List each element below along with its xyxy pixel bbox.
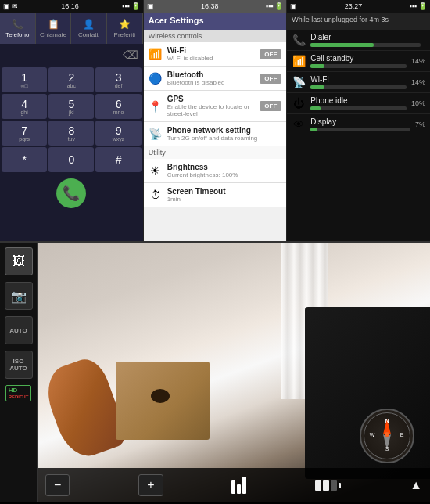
compass-circle: N S E W xyxy=(364,412,410,459)
key-2[interactable]: 2abc xyxy=(48,67,94,92)
dialer-icon: 📞 xyxy=(292,34,306,46)
gps-text: GPS Enable the device to locate or stree… xyxy=(167,95,256,117)
preferiti-icon: ⭐ xyxy=(119,19,131,30)
gps-setting[interactable]: 📍 GPS Enable the device to locate or str… xyxy=(144,91,287,122)
dialer-bar-bg xyxy=(310,43,421,47)
zoom-out-button[interactable]: − xyxy=(45,474,70,496)
wifi-label: Wi-Fi xyxy=(167,46,256,55)
screen-battery: ▣ 23:27 ▪▪▪ 🔋 While last unplugged for 4… xyxy=(287,0,430,241)
svg-text:S: S xyxy=(385,446,389,452)
wifi-setting[interactable]: 📶 Wi-Fi Wi-Fi is disabled OFF xyxy=(144,42,287,67)
android-icon: ▣ xyxy=(3,2,10,10)
key-hash[interactable]: # xyxy=(95,147,141,172)
notification-icon: ✉ xyxy=(12,2,18,10)
key-2-sub: abc xyxy=(67,83,76,88)
camera-sidebar: 🖼 📷 AUTO ISO AUTO HD REDIC.IT xyxy=(0,243,38,502)
eq-bar-2 xyxy=(237,484,241,494)
tab-telefono-label: Telefono xyxy=(5,31,29,38)
cardboard-box xyxy=(116,362,210,440)
key-1-sub: ∞□ xyxy=(21,83,28,88)
display-bar-bg xyxy=(310,128,410,131)
dial-display: ⌫ xyxy=(0,44,143,66)
display-info: Display xyxy=(310,117,410,131)
android-icon-2: ▣ xyxy=(147,2,154,10)
auto-label: AUTO xyxy=(9,327,27,334)
iso-button[interactable]: ISO AUTO xyxy=(5,351,33,379)
network-setting[interactable]: 📡 Phone network setting Turn 2G on/off a… xyxy=(144,122,287,146)
call-button[interactable]: 📞 xyxy=(56,178,86,208)
tab-chiamate[interactable]: 📋 Chiamate xyxy=(36,13,72,44)
key-5-sub: jkl xyxy=(69,110,74,115)
wifi-usage-icon: 📡 xyxy=(292,76,306,88)
wifi-sublabel: Wi-Fi is disabled xyxy=(167,55,256,62)
gps-toggle[interactable]: OFF xyxy=(260,101,281,111)
battery-icon-3: 🔋 xyxy=(418,2,427,10)
bluetooth-setting[interactable]: 🔵 Bluetooth Bluetooth is disabled OFF xyxy=(144,67,287,91)
eq-bar-1 xyxy=(231,480,235,494)
key-1[interactable]: 1∞□ xyxy=(2,67,47,92)
key-4[interactable]: 4ghi xyxy=(2,94,47,119)
key-7[interactable]: 7pqrs xyxy=(2,121,47,146)
svg-text:N: N xyxy=(385,418,389,423)
backspace-btn[interactable]: ⌫ xyxy=(123,49,138,61)
key-0[interactable]: 0 xyxy=(48,147,94,172)
shutter-button[interactable]: ▲ xyxy=(410,478,422,492)
contatti-icon: 👤 xyxy=(83,19,95,30)
status-bar-1: ▣ ✉ 16:16 ▪▪▪ 🔋 xyxy=(0,0,143,13)
cell-standby-pct: 14% xyxy=(411,57,425,65)
bluetooth-icon: 🔵 xyxy=(149,72,163,85)
status-bar-3: ▣ 23:27 ▪▪▪ 🔋 xyxy=(287,0,430,13)
timeout-label: Screen Timeout xyxy=(167,187,282,196)
bluetooth-toggle[interactable]: OFF xyxy=(260,74,281,84)
zoom-in-button[interactable]: + xyxy=(138,474,163,496)
bluetooth-sublabel: Bluetooth is disabled xyxy=(167,79,256,86)
timeout-icon: ⏱ xyxy=(149,189,163,201)
cell-standby-icon: 📶 xyxy=(292,55,306,67)
screen-phone: ▣ ✉ 16:16 ▪▪▪ 🔋 📞 Telefono 📋 Chiamate 👤 … xyxy=(0,0,144,241)
gallery-icon: 🖼 xyxy=(13,254,25,268)
wifi-toggle[interactable]: OFF xyxy=(260,49,281,59)
cell-standby-bar-bg xyxy=(310,64,407,68)
svg-point-6 xyxy=(385,432,389,437)
key-4-sub: ghi xyxy=(20,110,27,115)
gallery-button[interactable]: 🖼 xyxy=(5,247,33,275)
key-5[interactable]: 5jkl xyxy=(48,94,94,119)
network-icon: 📡 xyxy=(149,128,163,140)
gps-label: GPS xyxy=(167,95,256,103)
status-icons-left-1: ▣ ✉ xyxy=(3,2,18,10)
dialer-info: Dialer xyxy=(310,33,421,47)
status-icons-left-3: ▣ xyxy=(290,2,297,10)
auto-button[interactable]: AUTO xyxy=(5,316,33,344)
key-9[interactable]: 9wxyz xyxy=(95,121,141,146)
svg-text:E: E xyxy=(400,432,404,437)
batt-tip xyxy=(339,483,341,488)
camera-mode-button[interactable]: 📷 xyxy=(5,282,33,310)
bluetooth-text: Bluetooth Bluetooth is disabled xyxy=(167,70,256,86)
wifi-usage-name: Wi-Fi xyxy=(310,75,407,84)
wifi-icon: 📶 xyxy=(149,48,163,60)
compass-inner: N S E W xyxy=(364,412,410,459)
key-star[interactable]: * xyxy=(2,147,47,172)
hd-badge: HD REDIC.IT xyxy=(5,385,32,401)
tab-telefono[interactable]: 📞 Telefono xyxy=(0,13,36,44)
brightness-setting[interactable]: ☀ Brightness Current brightness: 100% xyxy=(144,159,287,183)
battery-icon-1: 🔋 xyxy=(131,2,140,10)
timeout-text: Screen Timeout 1min xyxy=(167,187,282,203)
status-icons-left-2: ▣ xyxy=(147,2,154,10)
gps-sublabel: Enable the device to locate or street-le… xyxy=(167,103,256,117)
signal-icon-2: ▪▪▪ xyxy=(266,2,274,10)
key-8[interactable]: 8tuv xyxy=(48,121,94,146)
android-icon-3: ▣ xyxy=(290,2,297,10)
timeout-setting[interactable]: ⏱ Screen Timeout 1min xyxy=(144,183,287,207)
tab-contatti[interactable]: 👤 Contatti xyxy=(71,13,107,44)
status-time-2: 16:38 xyxy=(201,2,219,10)
key-6[interactable]: 6mno xyxy=(95,94,141,119)
dialer-name: Dialer xyxy=(310,33,421,41)
wifi-usage: 📡 Wi-Fi 14% xyxy=(287,72,430,93)
tab-preferiti[interactable]: ⭐ Preferiti xyxy=(107,13,143,44)
phone-idle-name: Phone idle xyxy=(310,96,407,105)
gps-icon: 📍 xyxy=(149,100,163,113)
key-3[interactable]: 3def xyxy=(95,67,141,92)
network-label: Phone network setting xyxy=(167,126,282,135)
hd-sub-label: REDIC.IT xyxy=(9,394,29,400)
